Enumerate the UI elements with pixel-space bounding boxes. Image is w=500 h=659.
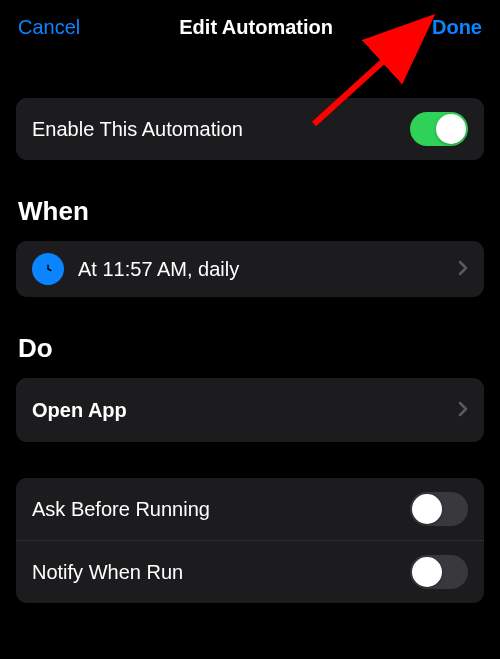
- cancel-button[interactable]: Cancel: [18, 16, 80, 39]
- ask-before-running-label: Ask Before Running: [32, 498, 210, 521]
- when-group: At 11:57 AM, daily: [16, 241, 484, 297]
- do-section-title: Do: [16, 333, 484, 364]
- chevron-right-icon: [458, 397, 468, 423]
- toggle-knob: [436, 114, 466, 144]
- toggle-knob: [412, 557, 442, 587]
- enable-automation-label: Enable This Automation: [32, 118, 243, 141]
- do-action-label: Open App: [32, 399, 127, 422]
- do-group: Open App: [16, 378, 484, 442]
- notify-when-run-label: Notify When Run: [32, 561, 183, 584]
- when-section-title: When: [16, 196, 484, 227]
- header-bar: Cancel Edit Automation Done: [0, 0, 500, 54]
- chevron-right-icon: [458, 256, 468, 282]
- do-action-row[interactable]: Open App: [16, 378, 484, 442]
- ask-before-running-toggle[interactable]: [410, 492, 468, 526]
- when-trigger-row[interactable]: At 11:57 AM, daily: [16, 241, 484, 297]
- enable-group: Enable This Automation: [16, 98, 484, 160]
- ask-before-running-row: Ask Before Running: [16, 478, 484, 540]
- done-button[interactable]: Done: [432, 16, 482, 39]
- notify-when-run-toggle[interactable]: [410, 555, 468, 589]
- page-title: Edit Automation: [179, 16, 333, 39]
- when-trigger-label: At 11:57 AM, daily: [78, 258, 239, 281]
- enable-automation-row: Enable This Automation: [16, 98, 484, 160]
- clock-icon: [32, 253, 64, 285]
- options-group: Ask Before Running Notify When Run: [16, 478, 484, 603]
- notify-when-run-row: Notify When Run: [16, 540, 484, 603]
- toggle-knob: [412, 494, 442, 524]
- enable-automation-toggle[interactable]: [410, 112, 468, 146]
